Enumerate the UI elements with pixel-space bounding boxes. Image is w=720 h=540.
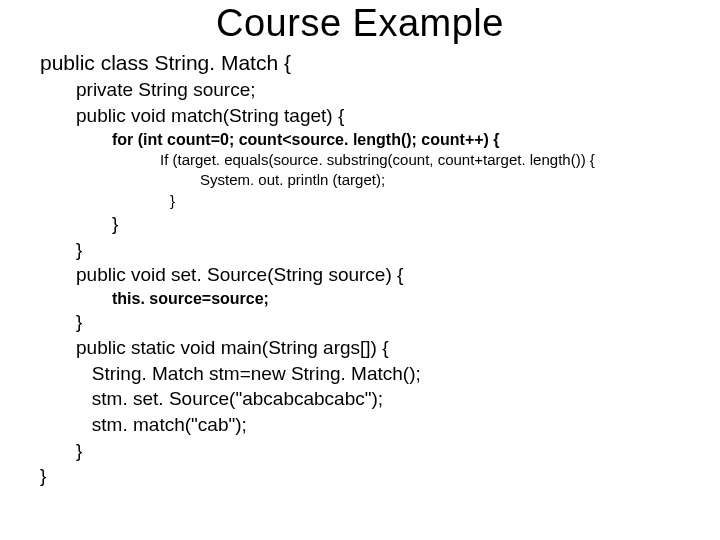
code-line: System. out. println (target); — [40, 170, 680, 190]
code-line: } — [40, 463, 680, 489]
slide-title: Course Example — [40, 2, 680, 45]
code-line: stm. set. Source("abcabcabcabc"); — [40, 386, 680, 412]
code-line: } — [40, 309, 680, 335]
code-line: } — [40, 211, 680, 237]
code-line: private String source; — [40, 77, 680, 103]
code-line: stm. match("cab"); — [40, 412, 680, 438]
code-line: } — [40, 438, 680, 464]
code-line: for (int count=0; count<source. length()… — [40, 129, 680, 151]
code-line: this. source=source; — [40, 288, 680, 310]
code-line: String. Match stm=new String. Match(); — [40, 361, 680, 387]
code-line: public void match(String taget) { — [40, 103, 680, 129]
code-line: } — [40, 237, 680, 263]
code-line: public static void main(String args[]) { — [40, 335, 680, 361]
code-line: public void set. Source(String source) { — [40, 262, 680, 288]
code-line: If (target. equals(source. substring(cou… — [40, 150, 680, 170]
code-line: public class String. Match { — [40, 49, 680, 77]
code-line: } — [40, 191, 680, 211]
